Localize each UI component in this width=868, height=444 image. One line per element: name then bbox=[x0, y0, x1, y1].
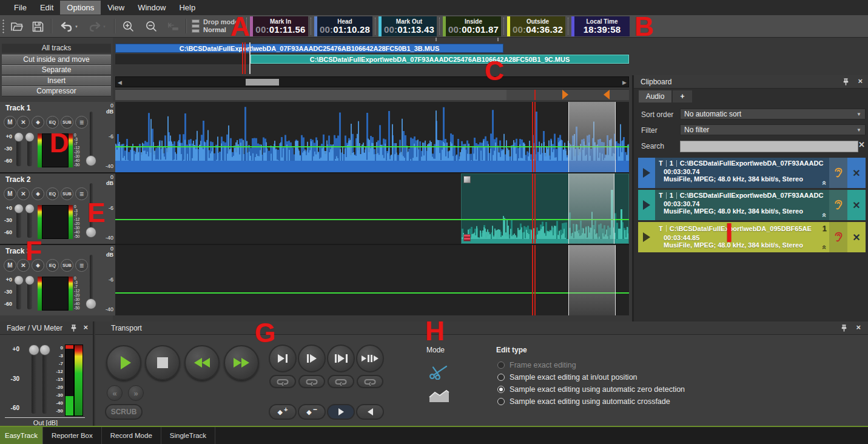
record-arm-button[interactable]: ◆ bbox=[32, 187, 44, 200]
compressor-button[interactable]: Compressor bbox=[2, 86, 111, 96]
track-fader-knob[interactable] bbox=[86, 227, 96, 238]
zoom-in-button[interactable] bbox=[120, 18, 137, 35]
clipboard-item-1[interactable]: T1C:\BCSData\FullExport\webDA_07F93AAADC… bbox=[638, 158, 866, 188]
selection-region[interactable] bbox=[568, 102, 616, 172]
volume-envelope-line[interactable] bbox=[115, 219, 629, 220]
skip-back-button[interactable]: « bbox=[107, 385, 123, 401]
selection-region[interactable] bbox=[568, 173, 614, 244]
mute-button[interactable]: M bbox=[4, 187, 16, 200]
sub-button[interactable]: SUB bbox=[61, 116, 73, 129]
play-around-mark-button[interactable] bbox=[356, 345, 384, 372]
track3-waveform-area[interactable] bbox=[115, 245, 629, 315]
track2-waveform-area[interactable] bbox=[115, 173, 629, 244]
timeline-ruler[interactable] bbox=[115, 89, 629, 100]
radio-sample-crossfade[interactable]: Sample exact editing using automatic cro… bbox=[497, 397, 670, 406]
separate-button[interactable]: Separate bbox=[2, 65, 111, 75]
track-fader-knob[interactable] bbox=[86, 298, 96, 309]
eq-button[interactable]: EQ bbox=[46, 116, 59, 129]
pin-icon[interactable] bbox=[843, 78, 849, 86]
cut-link-button[interactable]: ✕ bbox=[17, 187, 30, 200]
track1-waveform-area[interactable] bbox=[115, 102, 629, 172]
clipboard-item-3[interactable]: TC:\BCSData\FullExport\webDA_095DBF65AE … bbox=[638, 222, 866, 252]
play-to-mark-button[interactable] bbox=[269, 345, 297, 372]
pan-fader-knob[interactable] bbox=[14, 204, 24, 214]
play-button[interactable] bbox=[106, 345, 141, 380]
scroll-right-arrow[interactable]: ▶ bbox=[622, 79, 627, 86]
gain-fader-knob[interactable] bbox=[25, 204, 35, 214]
search-input[interactable] bbox=[680, 141, 858, 152]
tab-easytrack[interactable]: EasyTrack bbox=[0, 427, 43, 444]
cut-mode-button[interactable] bbox=[428, 364, 449, 380]
out-fader-left-knob[interactable] bbox=[29, 345, 39, 355]
timeline-scrollbar[interactable]: ◀ ▶ bbox=[115, 76, 629, 87]
pin-icon[interactable] bbox=[841, 325, 847, 332]
skip-forward-button[interactable]: » bbox=[128, 385, 144, 401]
radio-sample-zero-detection[interactable]: Sample exact editing using automatic zer… bbox=[497, 385, 685, 394]
add-marker-button[interactable]: ◆+ bbox=[269, 404, 297, 420]
cut-link-button[interactable]: ✕ bbox=[17, 116, 30, 129]
menu-edit[interactable]: Edit bbox=[33, 1, 60, 15]
item-listen-button[interactable] bbox=[829, 158, 847, 188]
collapse-icon[interactable]: « bbox=[820, 213, 829, 217]
selection-region[interactable] bbox=[568, 245, 616, 315]
clipboard-item-2[interactable]: T1C:\BCSData\FullExport\webDA_07F93AAADC… bbox=[638, 190, 866, 220]
search-clear-icon[interactable]: ✕ bbox=[858, 140, 865, 149]
item-play-button[interactable] bbox=[638, 190, 655, 220]
menu-help[interactable]: Help bbox=[172, 1, 202, 15]
item-remove-button[interactable]: ✕ bbox=[847, 158, 866, 188]
gain-fader-knob[interactable] bbox=[25, 132, 35, 142]
volume-envelope-line[interactable] bbox=[115, 292, 629, 294]
gain-fader-knob[interactable] bbox=[25, 275, 35, 285]
radio-sample-inout[interactable]: Sample exact editing at in/out position bbox=[497, 373, 638, 382]
scrollbar-thumb[interactable] bbox=[246, 79, 279, 86]
tab-record-mode[interactable]: Record Mode bbox=[102, 427, 161, 444]
pin-icon[interactable] bbox=[70, 325, 77, 332]
mark-in-flag[interactable] bbox=[562, 90, 568, 99]
menu-view[interactable]: View bbox=[101, 1, 131, 15]
insert-button[interactable]: Insert bbox=[2, 76, 111, 86]
scroll-left-arrow[interactable]: ◀ bbox=[118, 79, 122, 86]
undo-button[interactable]: ▼ bbox=[57, 18, 81, 35]
clip-gain-handle[interactable] bbox=[463, 234, 471, 241]
menu-file[interactable]: File bbox=[7, 1, 33, 15]
clip-fade-handle[interactable] bbox=[463, 176, 471, 183]
overview-clip-2[interactable]: C:\BCSData\FullExport\webDA_07F93AAADC25… bbox=[251, 55, 629, 64]
item-remove-button[interactable]: ✕ bbox=[847, 190, 866, 220]
tab-add[interactable]: + bbox=[673, 90, 692, 103]
out-fader-left-track[interactable] bbox=[32, 348, 36, 414]
item-listen-button[interactable] bbox=[829, 190, 847, 220]
eq-button[interactable]: EQ bbox=[46, 187, 59, 200]
sort-order-dropdown[interactable]: No automatic sort▼ bbox=[680, 109, 866, 119]
close-icon[interactable]: × bbox=[858, 77, 863, 86]
redo-button[interactable]: ▼ bbox=[85, 18, 109, 35]
track-fader-track[interactable] bbox=[90, 112, 93, 161]
all-tracks-button[interactable]: All tracks bbox=[2, 44, 111, 53]
menu-options[interactable]: Options bbox=[60, 1, 101, 15]
loop-button-2[interactable] bbox=[298, 375, 325, 388]
out-fader-right-track[interactable] bbox=[42, 348, 47, 414]
item-listen-button[interactable] bbox=[829, 222, 847, 252]
track-fader-track[interactable] bbox=[90, 255, 93, 304]
collapse-icon[interactable]: « bbox=[820, 181, 829, 185]
menu-window[interactable]: Window bbox=[131, 1, 172, 15]
pan-fader-knob[interactable] bbox=[14, 132, 24, 142]
item-play-button[interactable] bbox=[638, 158, 655, 188]
sub-button[interactable]: SUB bbox=[61, 259, 73, 272]
close-icon[interactable]: × bbox=[856, 323, 861, 332]
remove-marker-button[interactable]: ◆− bbox=[298, 404, 326, 420]
toolbar-grip[interactable] bbox=[2, 19, 5, 35]
volume-envelope-line[interactable] bbox=[115, 146, 629, 147]
out-fader-right-knob[interactable] bbox=[39, 345, 50, 355]
tab-reporter-box[interactable]: Reporter Box bbox=[43, 427, 102, 444]
next-marker-button[interactable] bbox=[327, 404, 355, 420]
tab-audio[interactable]: Audio bbox=[639, 90, 671, 103]
tab-singletrack[interactable]: SingleTrack bbox=[161, 427, 215, 444]
filter-dropdown[interactable]: No filter▼ bbox=[680, 124, 866, 135]
track-menu-button[interactable]: ≡ bbox=[75, 259, 88, 272]
track-fader-knob[interactable] bbox=[86, 155, 96, 166]
mute-button[interactable]: M bbox=[4, 116, 16, 129]
loop-button-1[interactable] bbox=[269, 375, 296, 388]
radio-frame-exact[interactable]: Frame exact editing bbox=[497, 361, 576, 369]
mark-out-flag[interactable] bbox=[604, 90, 610, 99]
undo-dropdown-caret[interactable]: ▼ bbox=[75, 25, 78, 29]
